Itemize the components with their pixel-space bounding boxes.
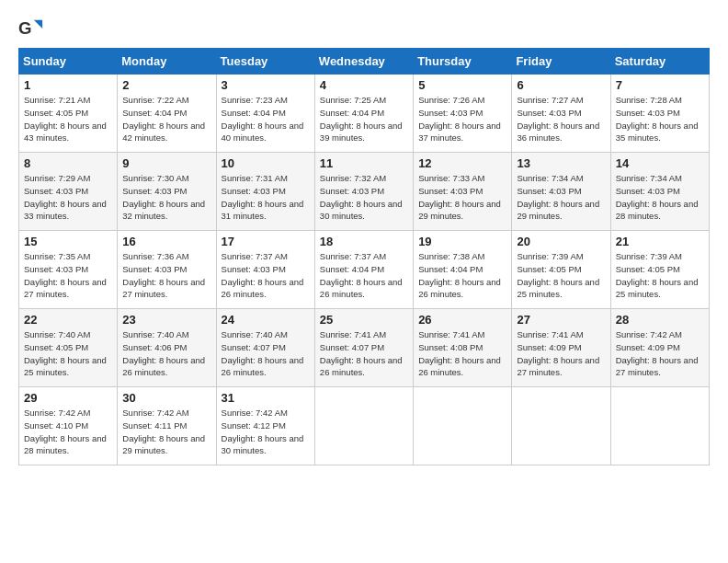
calendar-cell: 30 Sunrise: 7:42 AMSunset: 4:11 PMDaylig…	[118, 387, 216, 465]
day-info: Sunrise: 7:25 AMSunset: 4:04 PMDaylight:…	[320, 95, 403, 143]
calendar-cell: 23 Sunrise: 7:40 AMSunset: 4:06 PMDaylig…	[118, 309, 216, 387]
day-number: 21	[616, 235, 704, 248]
weekday-header: Monday	[118, 49, 216, 75]
day-number: 31	[222, 391, 310, 405]
logo-icon: G	[18, 17, 44, 42]
calendar-cell	[414, 387, 512, 465]
calendar-cell: 25 Sunrise: 7:41 AMSunset: 4:07 PMDaylig…	[314, 309, 413, 387]
calendar-cell	[314, 387, 413, 465]
day-info: Sunrise: 7:36 AMSunset: 4:03 PMDaylight:…	[122, 251, 205, 299]
calendar-cell: 15 Sunrise: 7:35 AMSunset: 4:03 PMDaylig…	[19, 231, 118, 309]
weekday-header: Tuesday	[216, 49, 314, 75]
calendar-cell: 22 Sunrise: 7:40 AMSunset: 4:05 PMDaylig…	[19, 309, 118, 387]
weekday-header: Thursday	[414, 49, 512, 75]
calendar-cell: 18 Sunrise: 7:37 AMSunset: 4:04 PMDaylig…	[314, 231, 413, 309]
calendar-cell: 8 Sunrise: 7:29 AMSunset: 4:03 PMDayligh…	[19, 153, 118, 231]
day-info: Sunrise: 7:34 AMSunset: 4:03 PMDaylight:…	[517, 173, 599, 221]
calendar-cell: 17 Sunrise: 7:37 AMSunset: 4:03 PMDaylig…	[216, 231, 314, 309]
day-number: 22	[24, 313, 112, 327]
day-info: Sunrise: 7:29 AMSunset: 4:03 PMDaylight:…	[24, 173, 107, 221]
day-number: 12	[418, 156, 506, 170]
day-info: Sunrise: 7:23 AMSunset: 4:04 PMDaylight:…	[222, 95, 304, 143]
day-number: 28	[616, 313, 704, 327]
svg-marker-1	[34, 20, 42, 29]
calendar-cell: 29 Sunrise: 7:42 AMSunset: 4:10 PMDaylig…	[19, 387, 118, 465]
day-number: 5	[418, 78, 506, 92]
day-number: 1	[24, 78, 112, 92]
calendar-cell	[512, 387, 610, 465]
day-number: 16	[122, 235, 210, 248]
day-info: Sunrise: 7:39 AMSunset: 4:05 PMDaylight:…	[517, 251, 599, 299]
calendar-table: SundayMondayTuesdayWednesdayThursdayFrid…	[18, 48, 710, 465]
calendar-week-row: 8 Sunrise: 7:29 AMSunset: 4:03 PMDayligh…	[19, 153, 710, 231]
day-number: 9	[122, 156, 210, 170]
day-number: 25	[320, 313, 408, 327]
day-info: Sunrise: 7:40 AMSunset: 4:06 PMDaylight:…	[122, 329, 205, 377]
day-number: 11	[320, 156, 408, 170]
day-info: Sunrise: 7:28 AMSunset: 4:03 PMDaylight:…	[616, 95, 699, 143]
calendar-cell: 2 Sunrise: 7:22 AMSunset: 4:04 PMDayligh…	[118, 75, 216, 153]
weekday-header: Saturday	[610, 49, 709, 75]
svg-text:G: G	[18, 18, 32, 38]
day-info: Sunrise: 7:41 AMSunset: 4:08 PMDaylight:…	[418, 329, 501, 377]
day-number: 14	[616, 156, 704, 170]
day-info: Sunrise: 7:42 AMSunset: 4:10 PMDaylight:…	[24, 408, 107, 455]
day-number: 30	[122, 391, 210, 405]
calendar-cell: 27 Sunrise: 7:41 AMSunset: 4:09 PMDaylig…	[512, 309, 610, 387]
day-number: 6	[517, 78, 605, 92]
calendar-cell: 28 Sunrise: 7:42 AMSunset: 4:09 PMDaylig…	[610, 309, 709, 387]
day-info: Sunrise: 7:39 AMSunset: 4:05 PMDaylight:…	[616, 251, 699, 299]
day-info: Sunrise: 7:27 AMSunset: 4:03 PMDaylight:…	[517, 95, 599, 143]
day-number: 10	[222, 156, 310, 170]
day-number: 3	[222, 78, 310, 92]
day-number: 23	[122, 313, 210, 327]
calendar-cell: 26 Sunrise: 7:41 AMSunset: 4:08 PMDaylig…	[414, 309, 512, 387]
calendar-cell: 31 Sunrise: 7:42 AMSunset: 4:12 PMDaylig…	[216, 387, 314, 465]
calendar-cell	[610, 387, 709, 465]
calendar-week-row: 29 Sunrise: 7:42 AMSunset: 4:10 PMDaylig…	[19, 387, 710, 465]
day-info: Sunrise: 7:31 AMSunset: 4:03 PMDaylight:…	[222, 173, 304, 221]
day-info: Sunrise: 7:41 AMSunset: 4:09 PMDaylight:…	[517, 329, 599, 377]
calendar-cell: 6 Sunrise: 7:27 AMSunset: 4:03 PMDayligh…	[512, 75, 610, 153]
weekday-header: Sunday	[19, 49, 118, 75]
weekday-header: Friday	[512, 49, 610, 75]
day-number: 4	[320, 78, 408, 92]
day-info: Sunrise: 7:26 AMSunset: 4:03 PMDaylight:…	[418, 95, 501, 143]
day-info: Sunrise: 7:38 AMSunset: 4:04 PMDaylight:…	[418, 251, 501, 299]
calendar-cell: 3 Sunrise: 7:23 AMSunset: 4:04 PMDayligh…	[216, 75, 314, 153]
day-number: 13	[517, 156, 605, 170]
calendar-cell: 9 Sunrise: 7:30 AMSunset: 4:03 PMDayligh…	[118, 153, 216, 231]
day-info: Sunrise: 7:35 AMSunset: 4:03 PMDaylight:…	[24, 251, 107, 299]
calendar-header-row: SundayMondayTuesdayWednesdayThursdayFrid…	[19, 49, 710, 75]
day-number: 27	[517, 313, 605, 327]
weekday-header: Wednesday	[314, 49, 413, 75]
day-number: 7	[616, 78, 704, 92]
day-info: Sunrise: 7:30 AMSunset: 4:03 PMDaylight:…	[122, 173, 205, 221]
calendar-cell: 5 Sunrise: 7:26 AMSunset: 4:03 PMDayligh…	[414, 75, 512, 153]
calendar-cell: 4 Sunrise: 7:25 AMSunset: 4:04 PMDayligh…	[314, 75, 413, 153]
day-info: Sunrise: 7:32 AMSunset: 4:03 PMDaylight:…	[320, 173, 403, 221]
calendar-cell: 1 Sunrise: 7:21 AMSunset: 4:05 PMDayligh…	[19, 75, 118, 153]
day-info: Sunrise: 7:42 AMSunset: 4:12 PMDaylight:…	[222, 408, 304, 455]
calendar-cell: 21 Sunrise: 7:39 AMSunset: 4:05 PMDaylig…	[610, 231, 709, 309]
day-number: 26	[418, 313, 506, 327]
calendar-cell: 14 Sunrise: 7:34 AMSunset: 4:03 PMDaylig…	[610, 153, 709, 231]
logo: G	[18, 17, 46, 42]
day-info: Sunrise: 7:21 AMSunset: 4:05 PMDaylight:…	[24, 95, 107, 143]
calendar-cell: 10 Sunrise: 7:31 AMSunset: 4:03 PMDaylig…	[216, 153, 314, 231]
day-info: Sunrise: 7:42 AMSunset: 4:11 PMDaylight:…	[122, 408, 205, 455]
day-info: Sunrise: 7:34 AMSunset: 4:03 PMDaylight:…	[616, 173, 699, 221]
calendar-week-row: 1 Sunrise: 7:21 AMSunset: 4:05 PMDayligh…	[19, 75, 710, 153]
day-number: 17	[222, 235, 310, 248]
day-number: 8	[24, 156, 112, 170]
day-info: Sunrise: 7:33 AMSunset: 4:03 PMDaylight:…	[418, 173, 501, 221]
page: G SundayMondayTuesdayWednesdayThursdayFr…	[0, 0, 728, 563]
day-number: 19	[418, 235, 506, 248]
calendar-cell: 13 Sunrise: 7:34 AMSunset: 4:03 PMDaylig…	[512, 153, 610, 231]
calendar-cell: 16 Sunrise: 7:36 AMSunset: 4:03 PMDaylig…	[118, 231, 216, 309]
day-info: Sunrise: 7:41 AMSunset: 4:07 PMDaylight:…	[320, 329, 403, 377]
day-info: Sunrise: 7:40 AMSunset: 4:07 PMDaylight:…	[222, 329, 304, 377]
calendar-cell: 12 Sunrise: 7:33 AMSunset: 4:03 PMDaylig…	[414, 153, 512, 231]
day-number: 2	[122, 78, 210, 92]
day-number: 18	[320, 235, 408, 248]
